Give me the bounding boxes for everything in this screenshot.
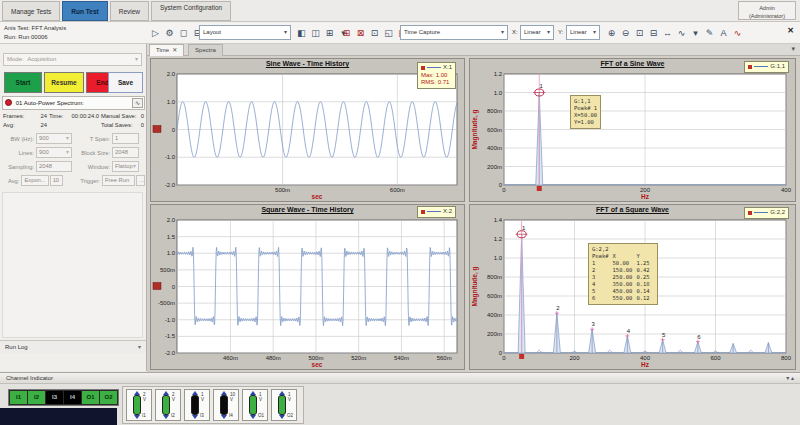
chart-legend: G:2,2 [744,207,789,219]
ribbon: Manage TestsRun TestReviewSystem Configu… [0,0,800,22]
svg-text:1.0: 1.0 [494,90,503,96]
svg-text:800m: 800m [487,108,502,114]
svg-text:1.5: 1.5 [167,234,176,240]
svg-text:600m: 600m [487,127,502,133]
tab-time[interactable]: Time✕ [149,44,184,56]
field-input-avg-[interactable]: Expon...▾ [21,175,48,186]
field-label: Sampling: [2,164,36,170]
field-input-lines-[interactable]: 900▾ [36,147,72,158]
channel-meters: 2VI12VI21VI310VI41VO11VO2 [122,386,304,424]
x-scale-combo[interactable]: Linear▾ [520,25,554,40]
stat-value: 0 [141,121,144,130]
wave-label-icon[interactable]: ∿ [732,26,743,40]
recording-indicator-icon [5,99,12,106]
run-log-section[interactable]: Run Log ▾ [0,340,146,353]
channel-indicator-header[interactable]: Channel Indicator ▾ ▴ [0,373,800,384]
field-input-sampling-[interactable]: 2048 [36,161,72,172]
close-icon[interactable]: ✕ [787,26,794,35]
channel-chip-o2[interactable]: O2 [100,391,117,404]
cascade-window-icon[interactable]: ⊞ [324,26,335,40]
acquisition-stats: Frames:24Time:00:00:24.0Manual Save:0Avg… [3,112,144,130]
svg-text:460m: 460m [223,355,238,361]
svg-text:500m: 500m [160,267,175,273]
x-scale-label: X: [512,29,518,35]
plot-area[interactable]: 460m480m500m520m540m560m2.01.51.0500m0-5… [151,216,464,369]
stat-label: Time: [49,112,63,121]
settings-gear-icon[interactable]: ⚙ [164,26,175,40]
svg-text:400m: 400m [487,145,502,151]
add-window-icon[interactable]: ◫ [310,26,321,40]
field-input-bw-hz-[interactable]: 900▾ [36,133,72,144]
resume-button[interactable]: Resume [44,72,84,93]
ribbon-tab-run-test[interactable]: Run Test [62,1,107,21]
field-input-block-size-[interactable]: 2048 [112,147,139,158]
chart-fft-square: FFT of a Square Wave 02004006008001.41.2… [469,204,796,370]
svg-text:-2.0: -2.0 [165,182,176,188]
signal-trace-button[interactable]: ∿ [132,98,143,108]
layout-combo-value: Layout [203,29,221,35]
zoom-reset-icon[interactable]: ⊟ [648,26,659,40]
svg-text:2.0: 2.0 [167,217,176,223]
channel-chip-i2[interactable]: I2 [28,391,45,404]
plot-area[interactable]: 500m600m2.01.00-1.0-2.0sec [151,70,464,201]
plot-area[interactable]: 02004001.21.0800m600m400m200m0HzMagnitud… [470,70,795,201]
trace-dropdown-icon[interactable]: ▾ [690,26,701,40]
cursor-remove-icon[interactable]: ⊠ [355,26,366,40]
channel-meter-i1: 2VI1 [126,389,152,421]
zoom-out-icon[interactable]: ⊖ [620,26,631,40]
ribbon-tab-review[interactable]: Review [110,1,149,21]
mode-value: Acquisition [27,56,56,62]
x-scale-value: Linear [524,29,541,35]
tab-spectra[interactable]: Spectra [188,44,223,56]
chevron-down-icon: ▾ [135,54,138,65]
new-window-icon[interactable]: ◻ [178,26,189,40]
admin-label: Admin [739,4,795,12]
channel-chip-i1[interactable]: I1 [10,391,27,404]
close-tab-icon[interactable]: ✕ [172,47,177,53]
pan-horizontal-icon[interactable]: ↔ [662,26,673,40]
admin-role: (Administrator) [739,12,795,20]
split-window-icon[interactable]: ◧ [296,26,307,40]
start-button[interactable]: Start [4,72,42,93]
svg-text:400m: 400m [487,312,502,318]
cursor-add-icon[interactable]: ⊞ [341,26,352,40]
y-scale-value: Linear [570,29,587,35]
layout-combo[interactable]: Layout▾ [199,25,291,40]
channel-chip-o1[interactable]: O1 [82,391,99,404]
zoom-box-icon[interactable]: ⊡ [634,26,645,40]
channel-meter-o2: 1VO2 [271,389,297,421]
svg-text:-2.0: -2.0 [165,350,176,356]
collapse-icons[interactable]: ▾ ▴ [786,373,794,383]
channel-chip-i4[interactable]: I4 [64,391,81,404]
toolbar-group-zoom: ⊕⊖⊡⊟ [606,25,659,41]
marker-box-icon[interactable]: ⊡ [369,26,380,40]
annotate-pen-icon[interactable]: ✎ [704,26,715,40]
chevron-down-icon: ▾ [138,341,141,353]
chevron-down-icon[interactable]: ▾ [791,45,795,53]
y-scale-combo[interactable]: Linear▾ [566,25,600,40]
save-button[interactable]: Save [108,72,143,93]
text-label-icon[interactable]: A [718,26,729,40]
new-run-icon[interactable]: ▷ [150,26,161,40]
measurement-row[interactable]: 01 Auto-Power Spectrum: ∿ [2,96,145,110]
field-input-window-[interactable]: Flattop▾ [112,161,139,172]
signal-trace-icon[interactable]: ∿ [676,26,687,40]
chart-square-time-history: Square Wave - Time History 460m480m500m5… [150,204,465,370]
zoom-in-icon[interactable]: ⊕ [606,26,617,40]
mode-combo[interactable]: Mode: Acquisition ▾ [3,53,142,66]
marker-frame-icon[interactable]: ◱ [383,26,394,40]
display-mode-combo[interactable]: Time Capture▾ [400,25,508,40]
channel-chip-i3[interactable]: I3 [46,391,63,404]
ribbon-tab-manage-tests[interactable]: Manage Tests [2,1,60,21]
svg-text:200m: 200m [487,331,502,337]
ribbon-tab-system-configuration[interactable]: System Configuration [151,1,231,21]
field-extra[interactable]: ... [136,175,145,186]
svg-text:1.4: 1.4 [494,217,503,223]
svg-text:600: 600 [710,355,721,361]
field-input-t-span-[interactable]: 1 [112,133,139,144]
admin-button[interactable]: Admin (Administrator) [738,1,796,20]
field-extra[interactable]: 10 [50,175,64,186]
stat-label: Frames: [3,112,24,121]
field-input-trigger-[interactable]: Free Run▾ [102,175,135,186]
svg-text:480m: 480m [266,355,281,361]
